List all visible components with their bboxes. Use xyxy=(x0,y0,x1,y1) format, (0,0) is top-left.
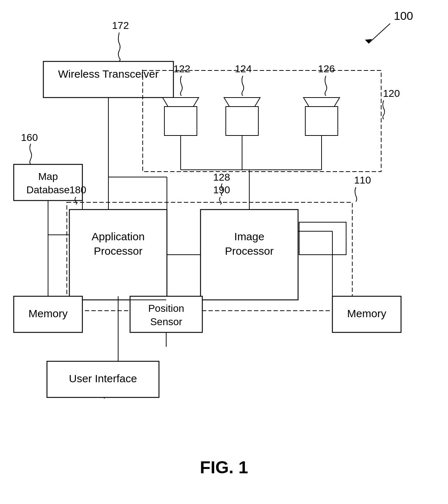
memory-right-label: Memory xyxy=(347,307,386,319)
svg-marker-6 xyxy=(303,98,340,107)
ref-172: 172 xyxy=(112,20,129,31)
diagram-container: 100 172 Wireless Transceiver 160 Map Dat… xyxy=(0,0,448,504)
image-processor-label2: Processor xyxy=(225,245,273,257)
position-sensor-label1: Position xyxy=(148,303,184,314)
memory-left-label: Memory xyxy=(29,307,68,319)
ref-122: 122 xyxy=(173,63,190,74)
ref-120: 120 xyxy=(383,88,400,99)
fig-label: FIG. 1 xyxy=(200,458,248,477)
svg-rect-7 xyxy=(305,107,338,135)
ref-180: 180 xyxy=(69,184,86,195)
app-processor-label2: Processor xyxy=(94,245,142,257)
ref-124: 124 xyxy=(235,63,252,74)
svg-line-0 xyxy=(369,23,390,43)
user-interface-label: User Interface xyxy=(69,372,137,384)
svg-rect-5 xyxy=(226,107,258,135)
ref-160: 160 xyxy=(21,132,38,143)
small-box-right xyxy=(299,222,346,255)
position-sensor-label2: Sensor xyxy=(150,316,182,327)
svg-rect-3 xyxy=(164,107,197,135)
ref-110: 110 xyxy=(354,175,371,186)
wireless-transceiver-label: Wireless Transceiver xyxy=(58,68,159,80)
svg-marker-4 xyxy=(224,98,260,107)
image-processor-label1: Image xyxy=(234,231,264,242)
app-processor-label1: Application xyxy=(92,231,145,242)
ref-100: 100 xyxy=(394,9,413,22)
map-database-label1: Map xyxy=(38,171,58,182)
ref-128: 128 xyxy=(213,172,230,183)
ref-126: 126 xyxy=(318,63,335,74)
svg-marker-2 xyxy=(163,98,199,107)
map-database-label2: Database xyxy=(26,184,70,195)
